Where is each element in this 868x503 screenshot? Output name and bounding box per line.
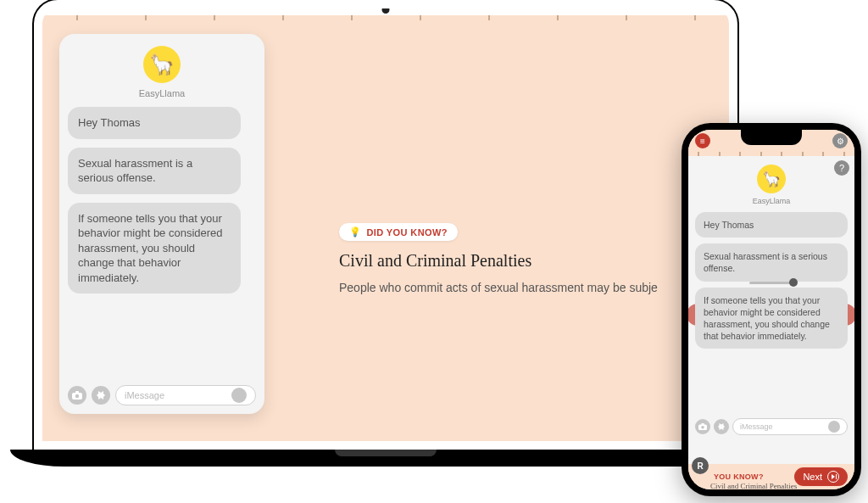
help-button[interactable]: ? (834, 160, 849, 176)
phone-notch-icon (741, 130, 802, 145)
llama-icon: 🦙 (149, 53, 175, 76)
llama-icon: 🦙 (762, 170, 781, 188)
next-button[interactable]: Next (794, 467, 848, 486)
laptop-hinge-notch (335, 450, 437, 456)
bulb-icon: 💡 (349, 226, 361, 238)
did-you-know-pill: 💡 DID YOU KNOW? (339, 223, 458, 241)
chat-card: 🦙 EasyLlama Hey Thomas Sexual harassment… (59, 34, 264, 414)
lesson-body: People who commit acts of sexual harassm… (339, 279, 721, 297)
chat-header: 🦙 EasyLlama (68, 46, 256, 98)
chat-header: 🦙 EasyLlama (695, 165, 848, 205)
footer-lesson-title: Civil and Criminal Penalties (710, 482, 797, 489)
svg-point-7 (701, 426, 704, 429)
restart-button[interactable]: R (692, 457, 709, 474)
laptop-base (10, 450, 761, 467)
camera-icon[interactable] (68, 386, 86, 405)
laptop-bezel: 🦙 EasyLlama Hey Thomas Sexual harassment… (34, 0, 737, 450)
svg-point-2 (75, 394, 79, 398)
chat-input-row: iMessage (68, 380, 256, 405)
apps-icon[interactable] (714, 419, 729, 434)
footer-pill-label: YOU KNOW? (714, 472, 764, 481)
lesson-screen-mobile: ≡ ⚙ ? 🦙 EasyLlama Hey Thomas Sexual hara… (688, 130, 854, 489)
chat-bubble: Hey Thomas (68, 107, 241, 139)
restart-icon: R (697, 461, 703, 471)
chat-bubble: If someone tells you that your behavior … (695, 288, 848, 349)
message-input[interactable]: iMessage (732, 418, 848, 435)
play-next-icon (827, 471, 839, 483)
message-placeholder: iMessage (740, 422, 773, 431)
menu-button[interactable]: ≡ (695, 133, 710, 148)
next-label: Next (803, 472, 822, 482)
pill-label: DID YOU KNOW? (366, 227, 447, 238)
mic-icon[interactable] (828, 421, 840, 433)
message-placeholder: iMessage (125, 390, 164, 400)
chat-bubble: If someone tells you that your behavior … (68, 203, 241, 294)
lesson-title: Civil and Criminal Penalties (339, 251, 721, 271)
avatar-name: EasyLlama (695, 197, 848, 205)
chat-bubble: Sexual harassment is a serious offense. (68, 148, 241, 194)
chat-bubble: Sexual harassment is a serious offense. (695, 243, 848, 281)
camera-dot-icon (382, 6, 390, 14)
svg-rect-6 (701, 423, 704, 425)
hamburger-icon: ≡ (700, 137, 705, 146)
lesson-screen-desktop: 🦙 EasyLlama Hey Thomas Sexual harassment… (42, 15, 729, 441)
svg-rect-1 (75, 391, 79, 394)
slider-thumb[interactable] (789, 278, 798, 287)
mobile-footer: R YOU KNOW? Civil and Criminal Penalties… (688, 464, 854, 489)
camera-icon[interactable] (695, 419, 710, 434)
scrubber-slider[interactable] (749, 282, 793, 284)
gear-icon: ⚙ (837, 137, 844, 146)
message-input[interactable]: iMessage (115, 385, 256, 405)
chat-input-row: iMessage (695, 418, 848, 435)
avatar: 🦙 (757, 165, 786, 193)
chat-bubble: Hey Thomas (695, 212, 848, 238)
mic-icon[interactable] (231, 388, 247, 403)
mobile-chat-area: 🦙 EasyLlama Hey Thomas Sexual harassment… (688, 156, 854, 464)
avatar-name: EasyLlama (68, 88, 256, 98)
lesson-content: 💡 DID YOU KNOW? Civil and Criminal Penal… (339, 223, 721, 297)
laptop-device: 🦙 EasyLlama Hey Thomas Sexual harassment… (34, 0, 737, 467)
settings-button[interactable]: ⚙ (832, 133, 848, 148)
progress-ticks (42, 15, 729, 20)
avatar: 🦙 (143, 46, 181, 83)
apps-icon[interactable] (92, 386, 110, 405)
phone-device: ≡ ⚙ ? 🦙 EasyLlama Hey Thomas Sexual hara… (682, 123, 861, 496)
question-icon: ? (839, 163, 844, 173)
chat-messages: Hey Thomas Sexual harassment is a seriou… (68, 107, 256, 380)
